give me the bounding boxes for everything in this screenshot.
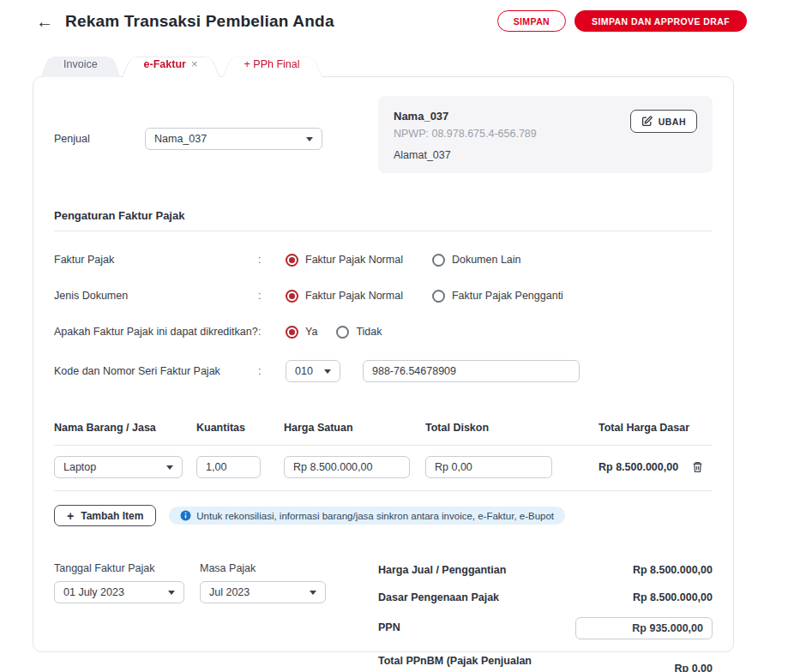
total-row-harga-jual: Harga Jual / Penggantian Rp 8.500.000,00 (378, 562, 713, 579)
row-total-value: Rp 8.500.000,00 (599, 461, 678, 473)
tab-pph-label: + PPh Final (244, 58, 300, 70)
sync-info-text: Untuk rekonsiliasi, informasi barang/jas… (196, 511, 554, 521)
save-button[interactable]: SIMPAN (497, 10, 566, 32)
radio-on-icon (286, 254, 298, 267)
total-row-dpp: Dasar Pengenaan Pajak Rp 8.500.000,00 (378, 590, 713, 606)
plus-icon: + (67, 509, 74, 523)
col-header-diskon: Total Diskon (425, 422, 588, 445)
tanggal-select[interactable]: 01 July 2023 (54, 581, 184, 603)
tab-invoice[interactable]: Invoice (41, 51, 120, 77)
radio-label: Faktur Pajak Normal (305, 254, 403, 266)
total-value: Rp 8.500.000,00 (633, 564, 713, 576)
discount-input[interactable] (425, 456, 552, 478)
row-label: Jenis Dokumen (54, 290, 258, 302)
radio-label: Faktur Pajak Pengganti (452, 290, 563, 302)
radio-jenis-pengganti[interactable]: Faktur Pajak Pengganti (432, 290, 563, 303)
save-approve-button[interactable]: SIMPAN DAN APPROVE DRAF (574, 10, 747, 32)
chevron-down-icon (166, 465, 173, 470)
tab-efaktur-label: e-Faktur (144, 58, 186, 70)
masa-value: Jul 2023 (209, 586, 250, 598)
colon: : (258, 326, 286, 338)
radio-on-icon (286, 326, 298, 339)
radio-dokumen-lain[interactable]: Dokumen Lain (432, 254, 521, 267)
radio-off-icon (432, 290, 445, 303)
tanggal-value: 01 July 2023 (63, 586, 124, 598)
section-title-pengaturan: Pengaturan Faktur Pajak (54, 209, 713, 222)
tab-efaktur[interactable]: e-Faktur × (122, 51, 220, 77)
seller-name: Nama_037 (394, 110, 537, 123)
seller-npwp: NPWP: 08.978.675.4-656.789 (394, 128, 537, 140)
tanggal-faktur-group: Tanggal Faktur Pajak 01 July 2023 (54, 562, 184, 672)
nomor-seri-input[interactable] (363, 360, 580, 382)
info-icon (180, 510, 191, 521)
chevron-down-icon (168, 591, 175, 595)
chevron-down-icon (310, 591, 316, 595)
tab-bar: Invoice e-Faktur × + PPh Final (41, 51, 788, 77)
radio-off-icon (336, 326, 349, 339)
sync-info-banner: Untuk rekonsiliasi, informasi barang/jas… (169, 507, 565, 525)
unit-price-input[interactable] (284, 456, 410, 478)
totals-panel: Harga Jual / Penggantian Rp 8.500.000,00… (378, 562, 713, 672)
seller-address: Alamat_037 (394, 149, 537, 161)
total-label: Dasar Pengenaan Pajak (378, 590, 499, 606)
page-header: ← Rekam Transaksi Pembelian Anda SIMPAN … (0, 0, 788, 32)
tab-add-pph-final[interactable]: + PPh Final (222, 51, 322, 77)
ppn-input[interactable] (575, 617, 713, 639)
masa-label: Masa Pajak (200, 562, 326, 574)
chevron-down-icon (306, 137, 313, 141)
col-header-kuantitas: Kuantitas (196, 422, 284, 445)
efaktur-form-card: Penjual Nama_037 Nama_037 NPWP: 08.978.6… (33, 76, 734, 652)
edit-seller-button[interactable]: UBAH (630, 110, 697, 133)
colon: : (258, 290, 286, 302)
row-label: Faktur Pajak (54, 254, 258, 266)
trash-icon[interactable] (692, 461, 703, 473)
tanggal-label: Tanggal Faktur Pajak (54, 562, 184, 574)
total-label: PPN (378, 620, 400, 636)
add-item-label: Tambah Item (81, 510, 143, 522)
form-row-faktur-pajak: Faktur Pajak : Faktur Pajak Normal Dokum… (54, 252, 713, 267)
radio-tidak[interactable]: Tidak (336, 326, 382, 339)
radio-ya[interactable]: Ya (286, 326, 317, 339)
add-item-button[interactable]: + Tambah Item (54, 505, 156, 526)
masa-pajak-group: Masa Pajak Jul 2023 (200, 562, 326, 672)
col-header-harga: Harga Satuan (284, 422, 425, 445)
radio-label: Ya (305, 326, 317, 338)
total-row-ppn: PPN (378, 617, 713, 639)
table-row: Laptop Rp 8.500.000,00 (54, 446, 713, 490)
edit-icon (641, 116, 653, 127)
kode-select[interactable]: 010 (286, 360, 340, 382)
back-icon[interactable]: ← (36, 13, 53, 30)
tab-close-icon[interactable]: × (191, 57, 198, 70)
penjual-label: Penjual (54, 133, 145, 145)
edit-button-label: UBAH (659, 117, 686, 127)
header-actions: SIMPAN SIMPAN DAN APPROVE DRAF (497, 10, 747, 32)
table-divider (54, 490, 713, 491)
penjual-select[interactable]: Nama_037 (145, 128, 322, 150)
items-header-row: Nama Barang / Jasa Kuantitas Harga Satua… (54, 422, 713, 445)
total-label: Total PPnBM (Pajak Penjualan Barang Mewa… (378, 653, 571, 672)
total-row-ppnbm: Total PPnBM (Pajak Penjualan Barang Mewa… (378, 653, 713, 672)
masa-select[interactable]: Jul 2023 (200, 581, 326, 603)
seller-info-card: Nama_037 NPWP: 08.978.675.4-656.789 Alam… (378, 96, 713, 173)
item-name-select[interactable]: Laptop (54, 456, 183, 478)
radio-faktur-pajak-normal[interactable]: Faktur Pajak Normal (286, 254, 403, 267)
page-title: Rekam Transaksi Pembelian Anda (65, 12, 334, 31)
kode-select-value: 010 (295, 365, 313, 377)
radio-on-icon (286, 290, 298, 303)
chevron-down-icon (324, 369, 331, 374)
form-row-kode-nomor: Kode dan Nomor Seri Faktur Pajak : 010 (54, 360, 713, 382)
radio-label: Faktur Pajak Normal (305, 290, 403, 302)
tab-invoice-label: Invoice (63, 58, 98, 70)
radio-label: Tidak (356, 326, 382, 338)
colon: : (258, 254, 286, 266)
quantity-input[interactable] (196, 456, 261, 478)
row-label: Apakah Faktur Pajak ini dapat dikreditka… (54, 326, 258, 338)
row-label: Kode dan Nomor Seri Faktur Pajak (54, 365, 258, 377)
radio-jenis-normal[interactable]: Faktur Pajak Normal (286, 290, 403, 303)
section-divider (54, 231, 713, 231)
total-label: Harga Jual / Penggantian (378, 562, 506, 579)
radio-label: Dokumen Lain (452, 254, 521, 266)
total-value: Rp 8.500.000,00 (633, 591, 713, 603)
form-row-jenis-dokumen: Jenis Dokumen : Faktur Pajak Normal Fakt… (54, 288, 713, 303)
penjual-select-value: Nama_037 (154, 133, 207, 145)
